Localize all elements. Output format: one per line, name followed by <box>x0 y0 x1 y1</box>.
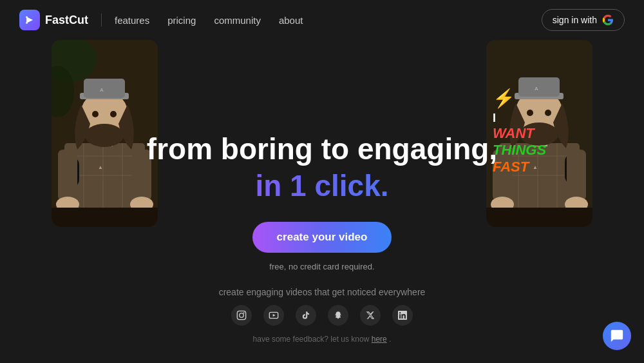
svg-marker-56 <box>273 314 276 317</box>
overlay-i-text: I <box>493 112 496 124</box>
sign-in-label: sign in with <box>553 15 597 25</box>
svg-point-54 <box>243 312 245 313</box>
google-icon <box>602 14 614 26</box>
video-bg-right: A <box>486 40 592 227</box>
svg-point-53 <box>240 313 244 318</box>
social-icons-row <box>0 305 644 326</box>
youtube-icon[interactable] <box>263 305 284 326</box>
navbar: FastCut features pricing community about… <box>0 0 644 40</box>
nav-pricing[interactable]: pricing <box>167 15 196 26</box>
lightning-icon: ⚡ <box>493 88 586 109</box>
svg-rect-14 <box>84 79 125 98</box>
video-bg-left: A <box>52 40 158 227</box>
hero-content: from boring to engaging, in 1 click. cre… <box>147 133 497 271</box>
svg-text:A: A <box>100 87 104 93</box>
overlay-things-text: THINGS <box>493 142 586 159</box>
cta-subtext: free, no credit card required. <box>147 262 497 271</box>
overlay-fast-text: FAST <box>493 159 586 175</box>
svg-point-17 <box>92 111 99 117</box>
brand-name: FastCut <box>45 14 88 27</box>
svg-rect-50 <box>486 208 592 227</box>
bottom-tagline: create engaging videos that get noticed … <box>0 287 644 297</box>
nav-community[interactable]: community <box>214 15 261 26</box>
svg-rect-0 <box>26 16 28 18</box>
person-illustration-left: A <box>52 40 158 227</box>
bottom-section: create engaging videos that get noticed … <box>0 287 644 344</box>
video-thumbnail-left: A <box>52 40 158 227</box>
nav-features[interactable]: features <box>115 15 149 26</box>
chat-bubble-button[interactable] <box>603 322 631 350</box>
svg-rect-26 <box>52 208 158 227</box>
nav-links: features pricing community about <box>115 15 542 26</box>
logo-icon <box>19 10 40 30</box>
snapchat-icon[interactable] <box>328 305 348 326</box>
instagram-icon[interactable] <box>231 305 252 326</box>
svg-text:▲: ▲ <box>98 164 103 170</box>
nav-about[interactable]: about <box>279 15 303 26</box>
svg-point-16 <box>85 124 124 147</box>
hero-title: from boring to engaging, <box>147 133 497 166</box>
create-video-button[interactable]: create your video <box>252 222 392 253</box>
video-text-overlay: ⚡ I WANT THINGS FAST <box>493 88 586 175</box>
nav-divider <box>101 14 102 26</box>
feedback-link[interactable]: here <box>372 335 387 344</box>
hero-subtitle: in 1 click. <box>147 168 497 204</box>
svg-point-18 <box>110 111 117 117</box>
x-twitter-icon[interactable] <box>360 305 381 326</box>
sign-in-button[interactable]: sign in with <box>542 9 625 31</box>
svg-rect-1 <box>26 22 28 24</box>
linkedin-icon[interactable] <box>392 305 413 326</box>
logo[interactable]: FastCut <box>19 10 88 30</box>
feedback-text: have some feedback? let us know here . <box>0 335 644 344</box>
video-thumbnail-right: A <box>486 40 592 227</box>
svg-rect-52 <box>237 311 245 319</box>
tiktok-icon[interactable] <box>296 305 316 326</box>
overlay-want-text: WANT <box>493 125 586 142</box>
svg-rect-22 <box>58 150 77 201</box>
